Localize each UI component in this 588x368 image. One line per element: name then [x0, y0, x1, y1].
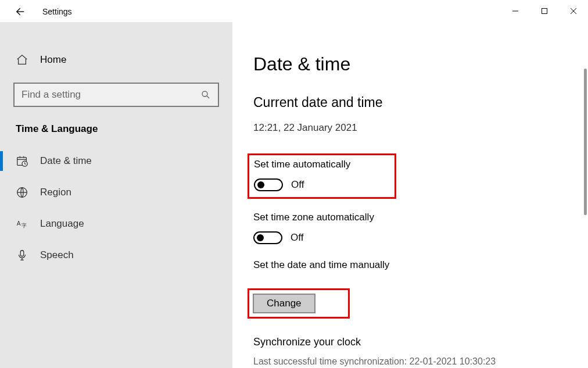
set-time-auto-toggle-row: Off: [254, 178, 390, 191]
scrollbar[interactable]: [584, 69, 587, 215]
sidebar-section-header: Time & Language: [0, 107, 232, 145]
sidebar-item-language[interactable]: A 字 Language: [0, 208, 232, 240]
sidebar-item-label: Date & time: [40, 155, 92, 167]
titlebar: Settings: [0, 0, 588, 22]
body-area: Home Find a setting Time & Language: [0, 22, 588, 368]
set-tz-auto-toggle-row: Off: [253, 231, 565, 244]
current-datetime-value: 12:21, 22 January 2021: [253, 122, 565, 134]
sidebar-item-date-time[interactable]: Date & time: [0, 145, 232, 177]
search-placeholder: Find a setting: [21, 89, 81, 101]
home-label: Home: [40, 54, 66, 66]
set-tz-auto-block: Set time zone automatically Off: [253, 212, 565, 244]
svg-text:A: A: [17, 220, 21, 227]
sync-last: Last successful time synchronization: 22…: [253, 354, 565, 368]
svg-rect-16: [20, 251, 24, 256]
sync-header: Synchronize your clock: [253, 336, 565, 348]
search-input[interactable]: Find a setting: [13, 83, 219, 107]
sidebar-item-label: Language: [40, 218, 84, 230]
sidebar-item-speech[interactable]: Speech: [0, 240, 232, 271]
page-title: Date & time: [253, 53, 565, 75]
content-pane: Date & time Current date and time 12:21,…: [232, 22, 588, 368]
svg-text:字: 字: [21, 223, 27, 228]
highlight-set-time-auto: Set time automatically Off: [248, 153, 396, 199]
section-current: Current date and time: [253, 95, 565, 110]
svg-rect-1: [542, 9, 547, 14]
set-tz-auto-toggle[interactable]: [253, 231, 282, 244]
manual-label: Set the date and time manually: [253, 259, 565, 271]
sidebar: Home Find a setting Time & Language: [0, 22, 232, 368]
window-controls: [501, 2, 588, 20]
change-button[interactable]: Change: [253, 294, 315, 313]
set-time-auto-label: Set time automatically: [254, 159, 390, 170]
globe-icon: [16, 186, 28, 199]
manual-block: Set the date and time manually: [253, 259, 565, 271]
app-title: Settings: [42, 7, 72, 16]
language-icon: A 字: [16, 217, 28, 230]
svg-line-12: [25, 164, 26, 165]
titlebar-left: Settings: [13, 6, 72, 17]
set-tz-auto-label: Set time zone automatically: [253, 212, 565, 223]
sidebar-home[interactable]: Home: [0, 47, 232, 73]
sidebar-item-region[interactable]: Region: [0, 177, 232, 208]
toggle-knob: [257, 181, 264, 188]
calendar-clock-icon: [16, 155, 28, 167]
search-icon: [200, 90, 211, 100]
svg-line-5: [207, 96, 209, 98]
settings-window: Settings: [0, 0, 588, 368]
microphone-icon: [16, 249, 28, 262]
maximize-button[interactable]: [530, 2, 559, 20]
set-tz-auto-state: Off: [291, 232, 303, 244]
set-time-auto-state: Off: [291, 179, 304, 191]
back-arrow-icon[interactable]: [13, 6, 25, 17]
home-icon: [16, 53, 28, 66]
set-time-auto-toggle[interactable]: [254, 178, 283, 191]
sidebar-item-label: Region: [40, 187, 71, 198]
svg-point-4: [202, 91, 207, 97]
close-button[interactable]: [559, 2, 588, 20]
minimize-button[interactable]: [501, 2, 530, 20]
sidebar-item-label: Speech: [40, 249, 74, 261]
highlight-change-button: Change: [248, 288, 350, 319]
toggle-knob: [257, 234, 264, 241]
